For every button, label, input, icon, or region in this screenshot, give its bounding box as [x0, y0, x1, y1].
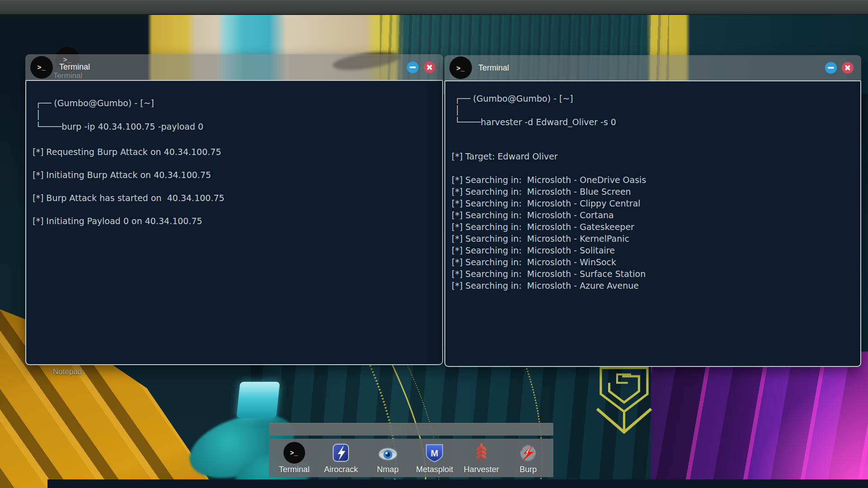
dock-item-label: Harvester [464, 465, 499, 474]
prompt-pipe-line: │ [36, 109, 435, 121]
wallpaper-purple-neon [651, 352, 868, 488]
output-line: [*] Target: Edward Oliver [452, 150, 853, 162]
close-button[interactable] [424, 61, 435, 73]
output-line: [*] Searching in: Microsloth - Gateskeep… [452, 221, 853, 233]
wallpaper-yellow-crest [587, 364, 661, 441]
terminal-output-area[interactable]: ┌── (Gumbo@Gumbo) - [~] │ └────harvester… [444, 80, 861, 367]
dock-item-airocrack[interactable]: Airocrack [318, 442, 363, 474]
dock-item-terminal[interactable]: >_ Terminal [272, 442, 317, 474]
minimize-button[interactable] [407, 61, 419, 73]
window-title: Terminal [478, 63, 509, 73]
command-line: └────harvester -d Edward_Oliver -s 0 [455, 116, 853, 128]
terminal-window-left: >_ Terminal ┌── (Gumbo@Gumbo) - [~] │ └─… [25, 54, 443, 365]
output-line: [*] Requesting Burp Attack on 40.34.100.… [33, 146, 435, 158]
wallpaper-bottom-strip [47, 479, 868, 488]
prompt-user-line: ┌── (Gumbo@Gumbo) - [~] [455, 93, 853, 104]
dock-item-nmap[interactable]: Nmap [365, 442, 410, 474]
nmap-eye-icon [377, 442, 399, 464]
terminal-icon: >_ [449, 56, 472, 79]
prompt-pipe-line: │ [455, 104, 853, 116]
airocrack-shield-bolt-icon [330, 442, 352, 464]
output-line: [*] Searching in: Microsloth - Cortana [452, 209, 853, 221]
shell-prompt: ┌── (Gumbo@Gumbo) - [~] │ └────burp -ip … [36, 97, 435, 132]
prompt-user-line: ┌── (Gumbo@Gumbo) - [~] [36, 97, 435, 109]
dock-item-label: Terminal [279, 465, 310, 474]
close-button[interactable] [842, 62, 854, 74]
terminal-window-right: >_ Terminal ┌── (Gumbo@Gumbo) - [~] │ └─… [444, 55, 861, 367]
output-line: [*] Searching in: Microsloth - Surface S… [452, 268, 853, 280]
output-line: [*] Searching in: Microsloth - OneDrive … [452, 174, 853, 186]
dock-item-metasploit[interactable]: M Metasploit [412, 442, 457, 474]
dock-item-label: Burp [519, 465, 537, 474]
dock-item-label: Airocrack [324, 465, 358, 474]
output-line: [*] Burp Attack has started on 40.34.100… [33, 192, 435, 204]
dock-item-label: Nmap [377, 465, 399, 474]
terminal-icon: >_ [283, 442, 305, 464]
desktop-notepad-label: Notepad [53, 367, 89, 376]
terminal-output: [*] Requesting Burp Attack on 40.34.100.… [33, 146, 435, 227]
output-line: [*] Searching in: Microsloth - Clippy Ce… [452, 197, 853, 209]
burp-flame-icon [517, 442, 539, 464]
wallpaper-cyan-patch [236, 382, 280, 418]
dock-item-label: Metasploit [416, 465, 453, 474]
dock-item-burp[interactable]: Burp [505, 442, 551, 474]
metasploit-shield-m-icon: M [424, 442, 445, 464]
window-titlebar[interactable]: >_ Terminal [444, 55, 861, 80]
window-titlebar[interactable]: >_ Terminal [25, 54, 443, 80]
output-line: [*] Searching in: Microsloth - Azure Ave… [452, 280, 853, 291]
metasploit-letter: M [431, 448, 439, 458]
output-line: [*] Searching in: Microsloth - Solitaire [452, 244, 853, 256]
dock-item-harvester[interactable]: Harvester [459, 442, 504, 474]
top-panel [0, 0, 868, 15]
output-line: [*] Searching in: Microsloth - KernelPan… [452, 233, 853, 244]
terminal-output: [*] Target: Edward Oliver[*] Searching i… [452, 150, 853, 291]
output-line: [*] Searching in: Microsloth - Blue Scre… [452, 186, 853, 197]
harvester-wheat-icon [471, 442, 492, 464]
output-line: [*] Searching in: Microsloth - WinSock [452, 256, 853, 268]
window-title: Terminal [59, 62, 90, 72]
output-line: [*] Initiating Burp Attack on 40.34.100.… [33, 169, 435, 181]
terminal-icon: >_ [30, 56, 53, 79]
minimize-button[interactable] [825, 62, 837, 74]
dock-handle-bar [269, 423, 553, 436]
shell-prompt: ┌── (Gumbo@Gumbo) - [~] │ └────harvester… [455, 93, 853, 128]
dock: >_ Terminal Airocrack Nmap M [269, 439, 553, 477]
output-line: [*] Initiating Payload 0 on 40.34.100.75 [33, 215, 435, 227]
output-line [452, 162, 853, 174]
terminal-output-area[interactable]: ┌── (Gumbo@Gumbo) - [~] │ └────burp -ip … [25, 80, 443, 365]
command-line: └────burp -ip 40.34.100.75 -payload 0 [36, 121, 435, 132]
